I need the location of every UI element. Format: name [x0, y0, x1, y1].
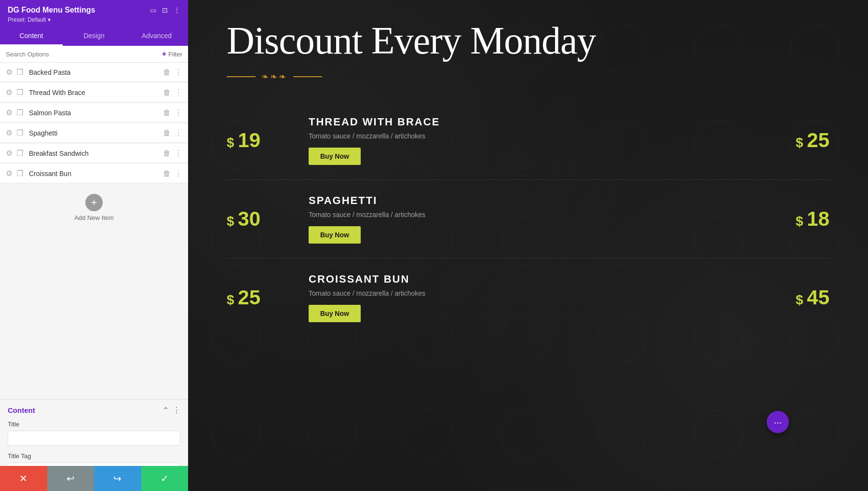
item-icons-right: 🗑 ⋮ — [163, 108, 182, 117]
price-right: $ 25 — [762, 129, 829, 152]
gear-icon[interactable]: ⚙ — [6, 108, 13, 117]
gear-icon[interactable]: ⚙ — [6, 88, 13, 97]
dots-icon[interactable]: ⋮ — [175, 68, 182, 77]
food-info: CROISSANT BUN Tomato sauce / mozzarella … — [294, 273, 762, 322]
copy-icon[interactable]: ❐ — [16, 88, 23, 97]
price-right-value: $ 25 — [796, 129, 829, 151]
buy-now-button[interactable]: Buy Now — [309, 148, 361, 165]
content-section-title: Content — [8, 406, 35, 414]
panel-preset[interactable]: Preset: Default — [8, 16, 180, 23]
filter-label: Filter — [168, 51, 182, 58]
price-right-value: $ 45 — [796, 286, 829, 309]
price-right-value: $ 18 — [796, 207, 829, 230]
food-item: $ 30 SPAGHETTI Tomato sauce / mozzarella… — [227, 180, 829, 259]
add-item-section: + Add New Item — [0, 184, 188, 231]
price-left: $ 25 — [227, 286, 294, 309]
item-label: Thread With Brace — [29, 89, 163, 96]
item-icons-right: 🗑 ⋮ — [163, 149, 182, 158]
food-info: SPAGHETTI Tomato sauce / mozzarella / ar… — [294, 194, 762, 244]
search-input[interactable] — [6, 51, 162, 58]
save-button[interactable]: ✓ — [141, 466, 189, 491]
trash-icon[interactable]: 🗑 — [163, 109, 171, 117]
gear-icon[interactable]: ⚙ — [6, 128, 13, 137]
panel-search-bar: + Filter — [0, 46, 188, 63]
dots-icon[interactable]: ⋮ — [175, 88, 182, 97]
menu-item-row[interactable]: ⚙ ❐ Backed Pasta 🗑 ⋮ — [0, 63, 188, 82]
divider-line-left — [227, 76, 256, 77]
menu-item-row[interactable]: ⚙ ❐ Breakfast Sandwich 🗑 ⋮ — [0, 144, 188, 163]
tab-design[interactable]: Design — [63, 27, 125, 46]
item-label: Croissant Bun — [29, 170, 163, 177]
dots-icon[interactable]: ⋮ — [175, 108, 182, 117]
copy-icon[interactable]: ❐ — [16, 68, 23, 77]
menu-item-row[interactable]: ⚙ ❐ Croissant Bun 🗑 ⋮ — [0, 164, 188, 183]
copy-icon[interactable]: ❐ — [16, 169, 23, 178]
item-label: Spaghetti — [29, 129, 163, 137]
title-input[interactable] — [8, 431, 180, 446]
add-item-button[interactable]: + — [85, 194, 103, 211]
food-name: SPAGHETTI — [309, 194, 747, 207]
price-right: $ 18 — [762, 207, 829, 231]
filter-button[interactable]: + Filter — [162, 50, 182, 58]
food-description: Tomato sauce / mozzarella / artichokes — [309, 211, 747, 218]
dots-icon[interactable]: ⋮ — [175, 169, 182, 178]
item-icons-right: 🗑 ⋮ — [163, 169, 182, 178]
minimize-icon[interactable]: ▭ — [150, 6, 156, 14]
item-label: Backed Pasta — [29, 68, 163, 76]
decorative-divider: ❧❧❧ — [227, 71, 829, 82]
gear-icon[interactable]: ⚙ — [6, 169, 13, 178]
content-section-controls: ⌃ ⋮ — [163, 406, 180, 415]
item-label: Salmon Pasta — [29, 109, 163, 117]
dollar-sign-right: $ — [796, 292, 807, 307]
gear-icon[interactable]: ⚙ — [6, 68, 13, 77]
food-info: THREAD WITH BRACE Tomato sauce / mozzare… — [294, 116, 762, 165]
dollar-sign-left: $ — [227, 135, 238, 150]
undo-button[interactable]: ↩ — [47, 466, 95, 491]
more-icon[interactable]: ⋮ — [174, 6, 180, 14]
item-icons-left: ⚙ ❐ — [6, 88, 23, 97]
item-icons-left: ⚙ ❐ — [6, 149, 23, 158]
collapse-icon[interactable]: ⌃ — [163, 406, 169, 415]
trash-icon[interactable]: 🗑 — [163, 129, 171, 137]
copy-icon[interactable]: ❐ — [16, 108, 23, 117]
food-name: CROISSANT BUN — [309, 273, 747, 286]
cancel-button[interactable]: ✕ — [0, 466, 47, 491]
food-name: THREAD WITH BRACE — [309, 116, 747, 128]
trash-icon[interactable]: 🗑 — [163, 68, 171, 77]
menu-item-row[interactable]: ⚙ ❐ Spaghetti 🗑 ⋮ — [0, 123, 188, 143]
tab-content[interactable]: Content — [0, 27, 63, 46]
dollar-sign-left: $ — [227, 292, 238, 307]
dots-icon[interactable]: ⋮ — [175, 149, 182, 158]
items-list: ⚙ ❐ Backed Pasta 🗑 ⋮ ⚙ ❐ Thread With Bra… — [0, 63, 188, 399]
copy-icon[interactable]: ❐ — [16, 149, 23, 158]
item-icons-right: 🗑 ⋮ — [163, 88, 182, 97]
copy-icon[interactable]: ❐ — [16, 128, 23, 137]
trash-icon[interactable]: 🗑 — [163, 88, 171, 97]
dollar-sign-right: $ — [796, 135, 807, 150]
item-label: Breakfast Sandwich — [29, 150, 163, 157]
trash-icon[interactable]: 🗑 — [163, 149, 171, 158]
menu-item-row[interactable]: ⚙ ❐ Thread With Brace 🗑 ⋮ — [0, 83, 188, 102]
trash-icon[interactable]: 🗑 — [163, 169, 171, 178]
item-icons-left: ⚙ ❐ — [6, 169, 23, 178]
food-description: Tomato sauce / mozzarella / artichokes — [309, 289, 747, 297]
expand-icon[interactable]: ⊡ — [162, 6, 168, 14]
price-left-value: $ 19 — [227, 129, 260, 151]
food-items-container: $ 19 THREAD WITH BRACE Tomato sauce / mo… — [227, 101, 829, 337]
item-icons-left: ⚙ ❐ — [6, 128, 23, 137]
fab-button[interactable]: ··· — [767, 411, 789, 433]
section-menu-icon[interactable]: ⋮ — [173, 406, 180, 415]
item-icons-right: 🗑 ⋮ — [163, 128, 182, 137]
gear-icon[interactable]: ⚙ — [6, 149, 13, 158]
menu-item-row[interactable]: ⚙ ❐ Salmon Pasta 🗑 ⋮ — [0, 103, 188, 123]
menu-content: Discount Every Monday ❧❧❧ $ 19 THREAD WI… — [188, 0, 868, 356]
price-left: $ 30 — [227, 207, 294, 231]
divider-line-right — [293, 76, 322, 77]
dollar-sign-right: $ — [796, 214, 807, 229]
redo-button[interactable]: ↪ — [94, 466, 141, 491]
buy-now-button[interactable]: Buy Now — [309, 226, 361, 244]
tab-advanced[interactable]: Advanced — [125, 27, 188, 46]
buy-now-button[interactable]: Buy Now — [309, 305, 361, 322]
price-right: $ 45 — [762, 286, 829, 309]
dots-icon[interactable]: ⋮ — [175, 128, 182, 137]
